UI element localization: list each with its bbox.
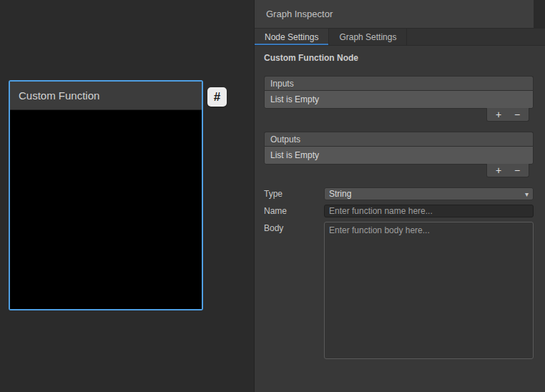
section-title: Custom Function Node <box>264 53 534 63</box>
tab-node-settings[interactable]: Node Settings <box>255 29 329 45</box>
inputs-remove-button[interactable]: − <box>510 109 524 120</box>
inputs-list-buttons: + − <box>486 108 529 122</box>
outputs-list-header: Outputs <box>264 132 534 146</box>
type-dropdown[interactable]: String ▾ <box>324 187 534 200</box>
inputs-list-title: Inputs <box>270 79 294 89</box>
tabs-bar: Node Settings Graph Settings <box>255 29 545 46</box>
tab-graph-settings-label: Graph Settings <box>339 32 396 42</box>
chevron-down-icon: ▾ <box>525 190 529 198</box>
inputs-list-empty-row: List is Empty <box>264 90 534 109</box>
tab-graph-settings[interactable]: Graph Settings <box>329 29 407 45</box>
inputs-list-header: Inputs <box>264 76 534 90</box>
function-name-input[interactable] <box>324 205 534 217</box>
name-field-row: Name <box>264 205 534 217</box>
inputs-empty-text: List is Empty <box>270 94 319 104</box>
type-label: Type <box>264 187 324 200</box>
node-body <box>10 111 202 309</box>
panel-title: Graph Inspector <box>266 9 333 19</box>
outputs-list-empty-row: List is Empty <box>264 146 534 165</box>
function-body-input[interactable] <box>324 222 534 359</box>
node-title: Custom Function <box>10 82 202 110</box>
type-field-row: Type String ▾ <box>264 187 534 200</box>
panel-header[interactable]: Graph Inspector <box>255 0 534 29</box>
type-dropdown-value: String <box>329 189 351 199</box>
graph-canvas[interactable]: Custom Function # <box>0 0 254 392</box>
outputs-list-buttons: + − <box>486 164 529 177</box>
graph-inspector-panel: Graph Inspector Node Settings Graph Sett… <box>254 0 545 392</box>
outputs-add-button[interactable]: + <box>491 165 506 176</box>
name-label: Name <box>264 205 324 217</box>
body-label: Body <box>264 222 324 359</box>
outputs-empty-text: List is Empty <box>270 150 319 160</box>
inspector-content: Custom Function Node Inputs List is Empt… <box>255 46 545 359</box>
panel-corner <box>534 0 545 29</box>
outputs-list-title: Outputs <box>270 134 300 144</box>
tab-node-settings-label: Node Settings <box>265 32 318 42</box>
hash-badge[interactable]: # <box>207 87 227 107</box>
inputs-list: Inputs List is Empty + − <box>264 76 534 123</box>
body-field-row: Body <box>264 222 534 359</box>
outputs-list-footer: + − <box>264 165 534 179</box>
custom-function-node[interactable]: Custom Function <box>9 80 203 310</box>
outputs-remove-button[interactable]: − <box>510 165 524 176</box>
shader-graph-window: Custom Function # Graph Inspector Node S… <box>0 0 545 392</box>
inputs-list-footer: + − <box>264 109 534 123</box>
inputs-add-button[interactable]: + <box>491 109 506 120</box>
outputs-list: Outputs List is Empty + − <box>264 132 534 179</box>
